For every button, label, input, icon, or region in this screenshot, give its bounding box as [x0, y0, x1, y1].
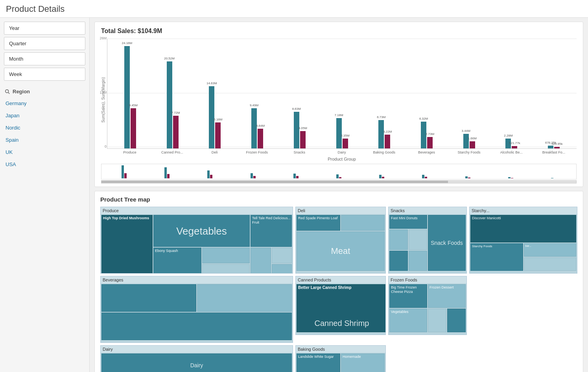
bar-margin-7[interactable]: 2.73M — [427, 137, 433, 148]
bar-margin-9[interactable]: 521.77k — [512, 146, 517, 148]
bev-sub1[interactable] — [101, 284, 196, 312]
bar-chart-grid: 26M 13M 0 24.16M9.45M20.52M7.72M14.63M6.… — [107, 39, 577, 149]
snacks-sub3[interactable] — [389, 251, 408, 271]
big-time-frozen-cell[interactable]: Big Time Frozen Cheese Pizza — [389, 284, 427, 308]
x-label-10: Breakfast Fo... — [533, 150, 575, 155]
bar-sales-1[interactable]: 20.52M — [167, 61, 172, 148]
bar-margin-8[interactable]: 1.66M — [470, 141, 475, 148]
bar-margin-4[interactable]: 4.05M — [300, 131, 306, 148]
landslide-sugar-cell[interactable]: Landslide White Sugar — [297, 353, 340, 372]
bar-sales-4[interactable]: 8.63M — [294, 112, 299, 148]
bev-sub2[interactable] — [197, 284, 292, 312]
x-axis-labels: ProduceCanned Pro...DeliFrozen FoodsSnac… — [107, 150, 577, 155]
content-area: Total Sales: $104.9M Sum(Sales), Sum(Mar… — [90, 18, 588, 372]
scroll-track[interactable] — [101, 180, 577, 183]
dairy-title: Dairy — [101, 346, 293, 353]
starchy-sub2[interactable]: bar... — [524, 243, 577, 257]
bev-sub3[interactable] — [101, 313, 292, 340]
baking-section: Baking Goods Landslide White Sugar Homem… — [295, 345, 386, 372]
bar-margin-2[interactable]: 6.16M — [215, 122, 221, 148]
high-top-mushrooms-cell[interactable]: High Top Dried Mushrooms — [101, 215, 153, 274]
page-title: Product Details — [0, 0, 588, 18]
dairy-section: Dairy Dairy — [100, 345, 293, 372]
x-label-3: Frozen Foods — [236, 150, 278, 155]
bar-sales-10[interactable]: 678.25k — [548, 146, 553, 148]
homemade-cell[interactable]: Homemade — [341, 353, 385, 372]
snacks-sub4[interactable] — [409, 251, 427, 271]
bar-margin-1[interactable]: 7.72M — [173, 116, 179, 148]
bar-group-produce: 24.16M9.45M — [109, 46, 151, 148]
starchy-title: Starchy... — [470, 207, 577, 214]
week-filter-btn[interactable]: Week — [4, 68, 85, 81]
red-spade-cell[interactable]: Red Spade Pimento Loaf — [297, 215, 340, 231]
tell-tale-cell[interactable]: Tell Tale Red Delicious... Fruit — [251, 215, 292, 247]
sidebar-item-usa[interactable]: USA — [4, 159, 85, 169]
svg-point-0 — [6, 89, 9, 93]
mini-chart — [101, 164, 577, 180]
canned-section: Canned Products Better Large Canned Shri… — [295, 276, 386, 335]
bar-sales-0[interactable]: 24.16M — [124, 46, 130, 148]
sidebar-item-spain[interactable]: Spain — [4, 135, 85, 145]
frozen-sub2[interactable]: Frozen Dessert — [428, 284, 466, 308]
beverages-title: Beverages — [101, 276, 293, 283]
deli-sub1[interactable] — [341, 215, 385, 231]
ebony-squash-cell[interactable]: Ebony Squash — [153, 248, 201, 274]
starchy-section: Starchy... Discover Manicotti Starchy Fo… — [469, 207, 577, 274]
scroll-thumb[interactable] — [101, 181, 448, 183]
frozen-sub1[interactable]: Vegetables — [389, 309, 427, 332]
bar-sales-6[interactable]: 6.73M — [378, 120, 384, 148]
bar-margin-5[interactable]: 2.35M — [343, 139, 348, 148]
starchy-sub1[interactable]: Starchy Foods — [470, 243, 523, 271]
dairy-sub1[interactable]: Dairy — [101, 353, 292, 372]
better-large-canned-shrimp-cell[interactable]: Better Large Canned Shrimp Canned Shrimp — [297, 284, 386, 332]
frozen-sub3[interactable] — [428, 309, 446, 332]
snacks-title: Snacks — [389, 207, 466, 214]
frozen-sub4[interactable] — [447, 309, 466, 332]
produce-title: Produce — [101, 207, 293, 214]
bar-margin-6[interactable]: 3.22M — [385, 135, 390, 148]
fruit-sub2[interactable] — [272, 248, 292, 263]
bar-sales-3[interactable]: 9.49M — [251, 108, 257, 148]
bar-group-snacks: 8.63M4.05M — [278, 112, 321, 148]
bar-sales-8[interactable]: 3.44M — [463, 134, 469, 148]
bar-margin-10[interactable]: 329.95k — [554, 147, 560, 148]
fast-mini-donuts-cell[interactable]: Fast Mini Donuts — [389, 215, 427, 229]
bar-margin-3[interactable]: 4.64M — [258, 129, 263, 148]
discover-manicotti-cell[interactable]: Discover Manicotti — [470, 215, 576, 242]
vegetables-cell[interactable]: Vegetables — [153, 215, 250, 247]
sidebar-item-germany[interactable]: Germany — [4, 98, 85, 108]
produce-sub1[interactable] — [202, 248, 250, 263]
beverages-section: Beverages — [100, 276, 293, 343]
x-label-5: Dairy — [321, 150, 363, 155]
canned-title: Canned Products — [296, 276, 385, 283]
produce-sub2[interactable] — [202, 264, 250, 274]
x-label-6: Baking Goods — [363, 150, 406, 155]
x-label-0: Produce — [109, 150, 151, 155]
sidebar-item-nordic[interactable]: Nordic — [4, 123, 85, 133]
bar-group-cannedpro: 20.52M7.72M — [151, 61, 194, 148]
snacks-sub1[interactable] — [389, 229, 408, 250]
meat-cell[interactable]: Meat — [297, 231, 385, 271]
bar-group-deli: 14.63M6.16M — [194, 86, 236, 148]
snacks-sub2[interactable] — [409, 229, 427, 250]
bar-margin-0[interactable]: 9.45M — [131, 108, 136, 148]
svg-line-1 — [8, 92, 10, 94]
year-filter-btn[interactable]: Year — [4, 22, 85, 35]
quarter-filter-btn[interactable]: Quarter — [4, 37, 85, 50]
bar-sales-2[interactable]: 14.63M — [209, 86, 214, 148]
bar-group-frozenfoods: 9.49M4.64M — [236, 108, 278, 148]
snacks-section: Snacks Fast Mini Donuts — [388, 207, 467, 274]
region-section-title: Region — [4, 83, 85, 96]
bar-group-beverages: 6.32M2.73M — [406, 122, 448, 148]
fruit-sub3[interactable] — [272, 264, 292, 274]
sidebar-item-uk[interactable]: UK — [4, 147, 85, 157]
bar-chart-panel: Total Sales: $104.9M Sum(Sales), Sum(Mar… — [94, 22, 583, 187]
x-label-2: Deli — [194, 150, 236, 155]
bar-sales-5[interactable]: 7.18M — [336, 118, 342, 148]
month-filter-btn[interactable]: Month — [4, 52, 85, 65]
snack-foods-cell[interactable]: Snack Foods — [428, 215, 466, 271]
starchy-sub3[interactable] — [524, 257, 577, 271]
chart-title: Total Sales: $104.9M — [101, 28, 577, 35]
fruit-sub1[interactable] — [251, 248, 271, 274]
sidebar-item-japan[interactable]: Japan — [4, 111, 85, 120]
